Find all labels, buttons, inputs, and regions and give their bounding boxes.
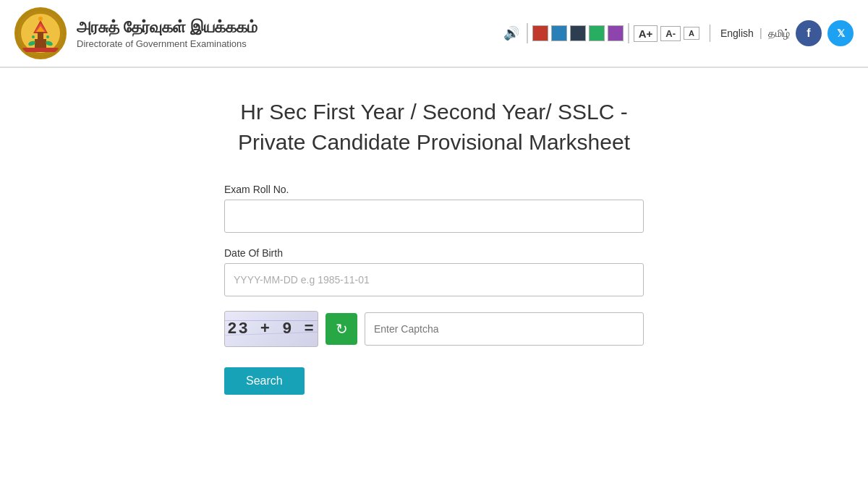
header-title-tamil: அரசுத் தேர்வுகள் இயக்ககம் (77, 17, 258, 38)
facebook-icon: f (807, 27, 810, 40)
font-size-large-button[interactable]: A+ (634, 25, 658, 42)
svg-rect-11 (22, 48, 59, 52)
page-title: Hr Sec First Year / Second Year/ SSLC - … (238, 97, 630, 158)
svg-point-7 (32, 35, 35, 38)
page-title-line1: Hr Sec First Year / Second Year/ SSLC - (240, 100, 627, 124)
sound-icon[interactable]: 🔊 (503, 25, 519, 41)
svg-point-6 (38, 17, 43, 21)
site-logo (14, 7, 67, 59)
accessibility-bar: 🔊 A+ A- A (503, 23, 699, 43)
header-right: 🔊 A+ A- A English | தமிழ் f 𝕏 (503, 20, 854, 46)
color-btn-red[interactable] (532, 25, 548, 41)
captcha-row: 23 + 9 = ↻ (224, 311, 644, 347)
dob-input[interactable] (224, 263, 644, 296)
main-content: Hr Sec First Year / Second Year/ SSLC - … (0, 68, 868, 424)
lang-divider (710, 25, 710, 42)
page-title-line2: Private Candidate Provisional Marksheet (238, 130, 630, 154)
twitter-icon: 𝕏 (837, 27, 845, 39)
header-subtitle: Directorate of Government Examinations (77, 38, 258, 49)
captcha-image: 23 + 9 = (224, 311, 318, 347)
svg-rect-5 (38, 32, 43, 39)
header-branding: அரசுத் தேர்வுகள் இயக்ககம் Directorate of… (14, 7, 258, 59)
color-divider-1 (527, 23, 528, 43)
svg-point-8 (46, 35, 49, 38)
captcha-refresh-button[interactable]: ↻ (326, 313, 357, 345)
site-header: அரசுத் தேர்வுகள் இயக்ககம் Directorate of… (0, 0, 868, 68)
twitter-button[interactable]: 𝕏 (827, 20, 854, 46)
lang-tamil-button[interactable]: தமிழ் (768, 27, 790, 40)
search-button[interactable]: Search (224, 367, 305, 395)
font-size-small-button[interactable]: A (684, 27, 699, 40)
dob-group: Date Of Birth (224, 247, 644, 296)
captcha-text: 23 + 9 = (227, 320, 315, 338)
marksheet-form: Exam Roll No. Date Of Birth 23 + 9 = ↻ S… (224, 184, 644, 395)
roll-no-group: Exam Roll No. (224, 184, 644, 233)
refresh-icon: ↻ (336, 320, 348, 338)
color-divider-2 (628, 23, 629, 43)
color-btn-green[interactable] (589, 25, 605, 41)
roll-no-input[interactable] (224, 200, 644, 233)
color-btn-dark[interactable] (570, 25, 586, 41)
dob-label: Date Of Birth (224, 247, 644, 259)
captcha-input[interactable] (365, 312, 644, 346)
color-btn-purple[interactable] (608, 25, 624, 41)
facebook-button[interactable]: f (796, 20, 822, 46)
svg-rect-1 (35, 39, 46, 48)
header-title-block: அரசுத் தேர்வுகள் இயக்ககம் Directorate of… (77, 17, 258, 49)
roll-no-label: Exam Roll No. (224, 184, 644, 195)
font-size-medium-button[interactable]: A- (660, 26, 681, 41)
color-btn-blue[interactable] (551, 25, 567, 41)
lang-english-button[interactable]: English (720, 27, 754, 39)
lang-separator: | (760, 27, 762, 40)
